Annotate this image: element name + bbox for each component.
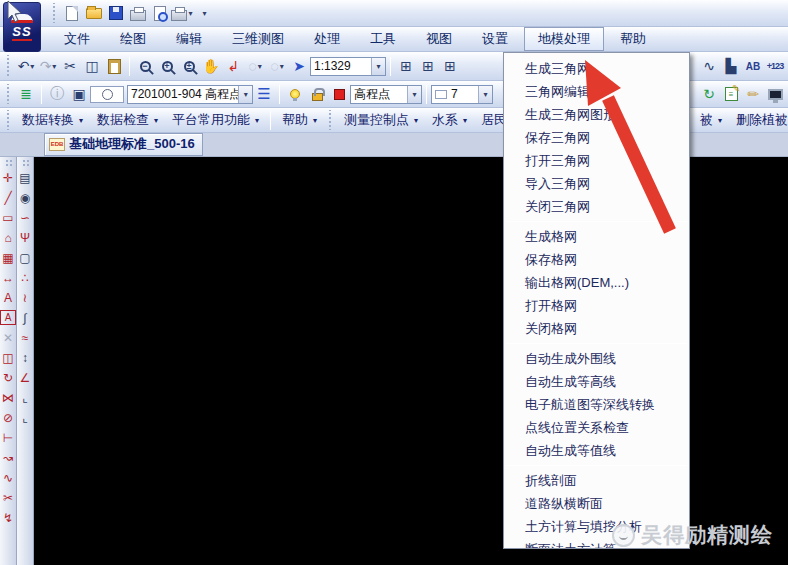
feature-code-combo[interactable]: 7201001-904 高程点 ▾ <box>127 85 253 104</box>
wavy-line-icon[interactable]: ≀ <box>17 288 33 308</box>
menu-draw[interactable]: 绘图 <box>106 27 160 51</box>
menu-popup-item[interactable]: 电子航道图等深线转换 <box>504 393 689 416</box>
menu-popup-item[interactable]: 保存格网 <box>504 248 689 271</box>
menu-popup-item[interactable]: 道路纵横断面 <box>504 492 689 515</box>
point-group-icon[interactable]: ∴ <box>17 268 33 288</box>
text-icon[interactable]: A <box>0 288 16 308</box>
globe-style-icon[interactable]: ◉ <box>17 188 33 208</box>
number-annotate-button[interactable]: +123 <box>764 55 786 77</box>
squiggle-icon[interactable]: ∽ <box>17 208 33 228</box>
zoom-in-button[interactable]: + <box>156 55 178 77</box>
menu-popup-item[interactable]: 导入三角网 <box>504 172 689 195</box>
double-wave-icon[interactable]: ≈ <box>17 328 33 348</box>
menu-popup-item[interactable]: 输出格网(DEM,...) <box>504 271 689 294</box>
menu-view[interactable]: 视图 <box>412 27 466 51</box>
text-style-icon[interactable]: A <box>0 310 16 325</box>
redo-button[interactable]: ↷▾ <box>37 55 59 77</box>
menu-popup-item[interactable]: 三角网编辑 <box>504 80 689 103</box>
linewidth-combo[interactable]: 7 ▾ <box>431 85 493 104</box>
polygon-icon[interactable]: ⌂ <box>0 228 16 248</box>
layer-visible-button[interactable] <box>284 83 306 105</box>
undo-button[interactable]: ↶▾ <box>15 55 37 77</box>
point-icon[interactable]: ✛ <box>0 168 16 188</box>
current-color-button[interactable] <box>328 83 350 105</box>
find-view-button[interactable]: ▣ <box>68 83 90 105</box>
combo-dropdown-icon[interactable]: ▾ <box>371 58 385 75</box>
notes-icon[interactable]: ▤ <box>17 168 33 188</box>
menu-file[interactable]: 文件 <box>50 27 104 51</box>
help-dropdown-button[interactable]: 帮助 <box>275 111 324 129</box>
mirror-icon[interactable]: ⋈ <box>0 388 16 408</box>
strip-drag-handle[interactable] <box>22 159 29 166</box>
toolbar-drag-handle[interactable] <box>5 55 12 77</box>
menu-popup-item[interactable]: 生成格网 <box>504 225 689 248</box>
info-button[interactable]: ⓘ <box>46 83 68 105</box>
angle-icon[interactable]: ∠ <box>17 368 33 388</box>
menu-popup-item[interactable]: 打开格网 <box>504 294 689 317</box>
open-file-button[interactable] <box>83 2 105 24</box>
note-edit-button[interactable]: ≡ <box>720 83 742 105</box>
clean-brush-button[interactable]: ✏ <box>742 83 764 105</box>
data-check-button[interactable]: 数据检查 <box>90 111 165 129</box>
toolbar-options-button[interactable]: ▾ <box>193 2 215 24</box>
rotate-copy-icon[interactable]: ↻ <box>0 368 16 388</box>
menu-popup-item[interactable]: 生成三角网 <box>504 57 689 80</box>
offset-icon[interactable]: ↝ <box>0 448 16 468</box>
menu-popup-item[interactable]: 生成三角网图形 <box>504 103 689 126</box>
toolbar-drag-handle[interactable] <box>51 3 58 24</box>
platform-common-functions-button[interactable]: 平台常用功能 <box>165 111 266 129</box>
axis-xy-icon[interactable]: ⌞ <box>17 408 33 428</box>
water-system-button[interactable]: 水系 <box>425 111 474 129</box>
vegetation-marker-icon[interactable]: Ψ <box>17 228 33 248</box>
menu-popup-item[interactable]: 点线位置关系检查 <box>504 416 689 439</box>
rectangle-icon[interactable]: ▭ <box>0 208 16 228</box>
menu-popup-item[interactable]: 保存三角网 <box>504 126 689 149</box>
break-line-icon[interactable]: ⊘ <box>0 408 16 428</box>
symbol-combo[interactable]: 高程点 ▾ <box>350 85 422 104</box>
menu-help[interactable]: 帮助 <box>606 27 660 51</box>
monitor-button[interactable] <box>764 83 786 105</box>
curve-icon[interactable]: ∿ <box>0 468 16 488</box>
menu-popup-item[interactable]: 关闭格网 <box>504 317 689 340</box>
grid-settings-button[interactable]: ⊞ <box>439 55 461 77</box>
trim-icon[interactable]: ⊢ <box>0 428 16 448</box>
copy-button[interactable]: ◫ <box>81 55 103 77</box>
combo-dropdown-icon[interactable]: ▾ <box>407 86 421 103</box>
menu-popup-item[interactable]: 折线剖面 <box>504 469 689 492</box>
menu-tools[interactable]: 工具 <box>356 27 410 51</box>
layer-lock-button[interactable] <box>306 83 328 105</box>
color-swatch-field[interactable] <box>90 86 124 103</box>
axis-d-icon[interactable]: ⌞ <box>17 388 33 408</box>
rotate-view-button[interactable]: ↲ <box>222 55 244 77</box>
survey-control-points-button[interactable]: 测量控制点 <box>337 111 425 129</box>
menu-popup-item[interactable]: 自动生成等值线 <box>504 439 689 462</box>
zoom-out-button[interactable]: − <box>134 55 156 77</box>
toolbar-drag-handle[interactable] <box>5 110 12 129</box>
pan-button[interactable]: ✋ <box>200 55 222 77</box>
combo-dropdown-icon[interactable]: ▾ <box>238 86 252 103</box>
save-button[interactable] <box>105 2 127 24</box>
vertical-stretch-icon[interactable]: ↕ <box>17 348 33 368</box>
new-file-button[interactable] <box>61 2 83 24</box>
menu-popup-item[interactable]: 自动生成等高线 <box>504 370 689 393</box>
toolbar-drag-handle[interactable] <box>327 110 334 129</box>
zoom-window-button[interactable]: ± <box>178 55 200 77</box>
line-icon[interactable]: ╱ <box>0 188 16 208</box>
profile-button[interactable]: ∿ <box>698 55 720 77</box>
cut-button[interactable]: ✂ <box>59 55 81 77</box>
refresh-button[interactable]: ↻ <box>698 83 720 105</box>
menu-3d-mapping[interactable]: 三维测图 <box>218 27 298 51</box>
toolbar-drag-handle[interactable] <box>5 84 12 105</box>
menu-popup-item[interactable]: 自动生成外围线 <box>504 347 689 370</box>
vegetation-button-partial[interactable]: 被 <box>693 111 729 129</box>
strip-drag-handle[interactable] <box>5 159 12 166</box>
curve-fit-icon[interactable]: ∫ <box>17 308 33 328</box>
polyline-edit-icon[interactable]: ↯ <box>0 508 16 528</box>
layers-button[interactable]: ☰ <box>253 83 275 105</box>
menu-popup-item[interactable]: 打开三角网 <box>504 149 689 172</box>
join-entities-icon[interactable]: ◫ <box>0 348 16 368</box>
scale-combo[interactable]: 1:1329 ▾ <box>310 57 386 76</box>
text-annotate-button[interactable]: AB <box>742 55 764 77</box>
grid-snap-button[interactable]: ⊞ <box>417 55 439 77</box>
data-convert-button[interactable]: 数据转换 <box>15 111 90 129</box>
